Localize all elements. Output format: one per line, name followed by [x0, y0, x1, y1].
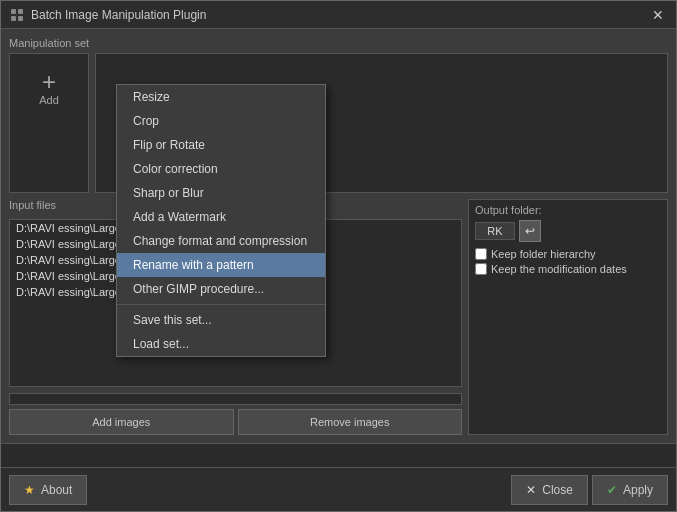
menu-divider [117, 304, 325, 305]
keep-dates-checkbox[interactable] [475, 263, 487, 275]
close-label: Close [542, 483, 573, 497]
keep-hierarchy-checkbox[interactable] [475, 248, 487, 260]
menu-item-load-set[interactable]: Load set... [117, 332, 325, 356]
apply-button[interactable]: ✔ Apply [592, 475, 668, 505]
menu-item-sharp-blur[interactable]: Sharp or Blur [117, 181, 325, 205]
apply-label: Apply [623, 483, 653, 497]
menu-item-flip-rotate[interactable]: Flip or Rotate [117, 133, 325, 157]
add-panel: + Add [9, 53, 89, 193]
manipulation-section: Manipulation set + Add Resize Crop Flip … [9, 37, 668, 193]
keep-dates-row: Keep the modification dates [475, 263, 661, 275]
footer: ★ About ✕ Close ✔ Apply [1, 467, 676, 511]
output-folder-box: Output folder: RK ↩ Keep folder hierarch… [468, 199, 668, 435]
close-window-button[interactable]: ✕ [648, 5, 668, 25]
files-section: Input files D:\RAVI essing\Large Images\… [9, 199, 668, 435]
keep-hierarchy-row: Keep folder hierarchy [475, 248, 661, 260]
menu-item-resize[interactable]: Resize [117, 85, 325, 109]
menu-item-rename-pattern[interactable]: Rename with a pattern [117, 253, 325, 277]
check-icon: ✔ [607, 483, 617, 497]
window-title: Batch Image Manipulation Plugin [31, 8, 648, 22]
x-icon: ✕ [526, 483, 536, 497]
output-folder-label: Output folder: [475, 204, 661, 216]
footer-left: ★ About [9, 475, 87, 505]
output-section: Output folder: RK ↩ Keep folder hierarch… [468, 199, 668, 435]
svg-rect-0 [11, 9, 16, 14]
titlebar: Batch Image Manipulation Plugin ✕ [1, 1, 676, 29]
add-manipulation-button[interactable]: + Add [31, 62, 67, 114]
output-folder-input[interactable]: RK [475, 222, 515, 240]
plus-icon: + [42, 70, 56, 94]
manipulation-set-label: Manipulation set [9, 37, 668, 49]
remove-images-button[interactable]: Remove images [238, 409, 463, 435]
horizontal-scrollbar[interactable] [9, 393, 462, 405]
star-icon: ★ [24, 483, 35, 497]
menu-item-watermark[interactable]: Add a Watermark [117, 205, 325, 229]
keep-hierarchy-label: Keep folder hierarchy [491, 248, 596, 260]
menu-item-crop[interactable]: Crop [117, 109, 325, 133]
output-folder-row: RK ↩ [475, 220, 661, 242]
add-label: Add [39, 94, 59, 106]
keep-dates-label: Keep the modification dates [491, 263, 627, 275]
output-folder-back-button[interactable]: ↩ [519, 220, 541, 242]
svg-rect-2 [11, 16, 16, 21]
app-icon [9, 7, 25, 23]
menu-item-format-compression[interactable]: Change format and compression [117, 229, 325, 253]
main-content: Manipulation set + Add Resize Crop Flip … [1, 29, 676, 443]
main-window: Batch Image Manipulation Plugin ✕ Manipu… [0, 0, 677, 512]
svg-rect-3 [18, 16, 23, 21]
status-bar [1, 443, 676, 467]
manipulation-list: Resize Crop Flip or Rotate Color correct… [95, 53, 668, 193]
file-buttons: Add images Remove images [9, 409, 462, 435]
about-label: About [41, 483, 72, 497]
context-menu: Resize Crop Flip or Rotate Color correct… [116, 84, 326, 357]
menu-item-color-correction[interactable]: Color correction [117, 157, 325, 181]
menu-item-gimp-procedure[interactable]: Other GIMP procedure... [117, 277, 325, 301]
about-button[interactable]: ★ About [9, 475, 87, 505]
close-button[interactable]: ✕ Close [511, 475, 588, 505]
menu-item-save-set[interactable]: Save this set... [117, 308, 325, 332]
footer-right: ✕ Close ✔ Apply [511, 475, 668, 505]
manipulation-area: + Add Resize Crop Flip or Rotate Color c… [9, 53, 668, 193]
svg-rect-1 [18, 9, 23, 14]
add-images-button[interactable]: Add images [9, 409, 234, 435]
